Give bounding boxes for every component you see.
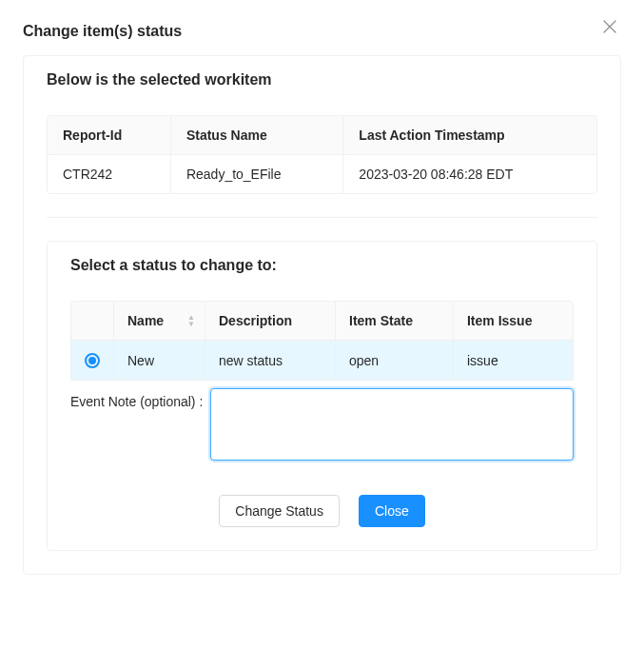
col-select (71, 302, 113, 341)
cell-description: new status (205, 341, 335, 380)
col-name[interactable]: Name ▲▼ (113, 302, 205, 341)
table-row: CTR242 Ready_to_EFile 2023-03-20 08:46:2… (48, 155, 596, 193)
event-note-label: Event Note (optional) : (70, 388, 210, 409)
cell-status-name: Ready_to_EFile (170, 155, 342, 193)
col-report-id: Report-Id (48, 116, 170, 155)
close-icon[interactable] (602, 19, 617, 34)
change-status-modal: Change item(s) status Below is the selec… (0, 0, 644, 598)
change-status-button[interactable]: Change Status (219, 495, 340, 527)
col-last-action: Last Action Timestamp (342, 116, 596, 155)
col-item-state: Item State (335, 302, 453, 341)
selected-workitem-table: Report-Id Status Name Last Action Timest… (47, 115, 597, 194)
col-item-issue: Item Issue (453, 302, 573, 341)
status-options-table: Name ▲▼ Description Item State Item Issu… (70, 301, 574, 381)
cell-item-issue: issue (453, 341, 573, 380)
cell-last-action: 2023-03-20 08:46:28 EDT (342, 155, 596, 193)
select-status-title: Select a status to change to: (48, 242, 596, 289)
cell-report-id: CTR242 (48, 155, 170, 193)
cell-name: New (113, 341, 205, 380)
outer-card: Below is the selected workitem Report-Id… (23, 55, 621, 575)
close-button[interactable]: Close (359, 495, 425, 527)
select-status-card: Select a status to change to: Name ▲▼ (47, 241, 597, 551)
status-radio[interactable] (85, 353, 100, 368)
divider (47, 217, 597, 218)
action-bar: Change Status Close (70, 495, 574, 527)
sort-icon[interactable]: ▲▼ (187, 314, 195, 327)
event-note-input[interactable] (210, 388, 574, 461)
status-row[interactable]: New new status open issue (71, 341, 573, 380)
col-description: Description (205, 302, 335, 341)
cell-item-state: open (335, 341, 453, 380)
selected-workitem-title: Below is the selected workitem (24, 56, 620, 104)
modal-title: Change item(s) status (23, 23, 621, 40)
col-status-name: Status Name (170, 116, 342, 155)
